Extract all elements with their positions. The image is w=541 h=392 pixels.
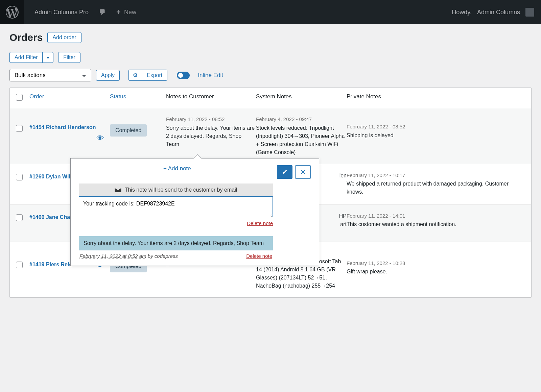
- wordpress-logo-icon[interactable]: [0, 0, 24, 24]
- bulk-actions-select[interactable]: Bulk actions: [9, 69, 91, 81]
- table-row: #1454 Richard Henderson 👁 Completed Febr…: [10, 108, 531, 164]
- private-note-text: This customer wanted a shipment notifica…: [347, 220, 525, 228]
- row-checkbox[interactable]: [16, 174, 23, 180]
- filter-button[interactable]: Filter: [58, 52, 80, 63]
- customer-note-text: Sorry about the delay. Your items are 2 …: [166, 124, 256, 148]
- order-link[interactable]: #1260 Dylan Wilk: [29, 174, 73, 179]
- system-note-timestamp: February 4, 2022 - 09:47: [256, 116, 347, 123]
- system-note-text: Stock levels reduced: Tripodlight (tripo…: [256, 124, 347, 156]
- add-filter-dropdown[interactable]: ▼: [42, 52, 53, 63]
- private-note-text: We shipped a returned product with damag…: [347, 180, 525, 196]
- existing-note-timestamp: February 11, 2022 at 8:52 am: [79, 253, 146, 259]
- new-content-link[interactable]: + New: [116, 8, 136, 17]
- inline-edit-label: Inline Edit: [198, 72, 223, 79]
- user-menu[interactable]: Howdy, Admin Columns: [452, 8, 534, 17]
- col-order[interactable]: Order: [29, 93, 110, 102]
- status-badge: Completed: [110, 124, 147, 137]
- inline-edit-toggle[interactable]: [177, 72, 190, 79]
- confirm-button[interactable]: ✔: [277, 165, 292, 179]
- row-checkbox[interactable]: [16, 214, 23, 221]
- col-private-notes: Private Notes: [347, 93, 525, 102]
- admin-bar: Admin Columns Pro + New Howdy, Admin Col…: [0, 0, 541, 24]
- system-note-fragment: len: [339, 173, 347, 178]
- add-note-link[interactable]: + Add note: [79, 165, 191, 172]
- check-icon: ✔: [282, 168, 288, 176]
- add-order-button[interactable]: Add order: [47, 32, 81, 43]
- close-icon: ✕: [300, 168, 306, 176]
- col-system-notes: System Notes: [256, 93, 347, 102]
- private-note-timestamp: February 11, 2022 - 10:17: [347, 172, 525, 179]
- order-link[interactable]: #1419 Piers Reid: [29, 262, 72, 267]
- private-note-timestamp: February 11, 2022 - 08:52: [347, 123, 525, 131]
- add-filter-button[interactable]: Add Filter: [9, 52, 42, 63]
- note-editor-popup: + Add note ✔ ✕ This note will be send to…: [70, 158, 319, 266]
- export-button[interactable]: Export: [142, 70, 167, 81]
- select-all-checkbox[interactable]: [16, 94, 23, 101]
- page-title: Orders: [9, 32, 43, 43]
- order-link[interactable]: #1406 Jane Chap: [29, 214, 73, 220]
- system-note-fragment: HP art: [339, 213, 347, 227]
- envelope-icon: [115, 188, 121, 192]
- email-notice-banner: This note will be send to the customer b…: [79, 183, 273, 196]
- eye-icon[interactable]: 👁: [96, 132, 104, 144]
- existing-note-body: Sorry about the delay. Your items are 2 …: [79, 236, 273, 250]
- col-status[interactable]: Status: [110, 93, 166, 102]
- delete-note-link[interactable]: Delete note: [247, 220, 273, 226]
- row-checkbox[interactable]: [16, 262, 23, 268]
- existing-note-author: by codepress: [148, 253, 178, 259]
- site-title[interactable]: Admin Columns Pro: [34, 9, 89, 16]
- avatar: [525, 8, 534, 17]
- private-note-timestamp: February 11, 2022 - 14:01: [347, 212, 525, 220]
- table-header: Order Status Notes to Customer System No…: [10, 88, 531, 108]
- customer-note-timestamp: February 11, 2022 - 08:52: [166, 116, 256, 123]
- note-textarea[interactable]: [79, 196, 273, 217]
- settings-button[interactable]: [128, 70, 142, 81]
- order-link[interactable]: #1454 Richard Henderson: [29, 124, 96, 130]
- private-note-timestamp: February 11, 2022 - 10:28: [347, 260, 525, 267]
- private-note-text: Shipping is delayed: [347, 131, 525, 140]
- row-checkbox[interactable]: [16, 125, 23, 132]
- private-note-text: Gift wrap please.: [347, 268, 525, 276]
- gear-icon: [133, 72, 138, 78]
- plus-icon: +: [116, 8, 121, 17]
- comments-icon[interactable]: [99, 8, 106, 16]
- chevron-down-icon: ▼: [46, 56, 50, 60]
- cancel-button[interactable]: ✕: [295, 165, 311, 179]
- col-notes-customer: Notes to Customer: [166, 93, 256, 102]
- delete-note-link[interactable]: Delete note: [246, 253, 272, 259]
- apply-button[interactable]: Apply: [96, 70, 120, 81]
